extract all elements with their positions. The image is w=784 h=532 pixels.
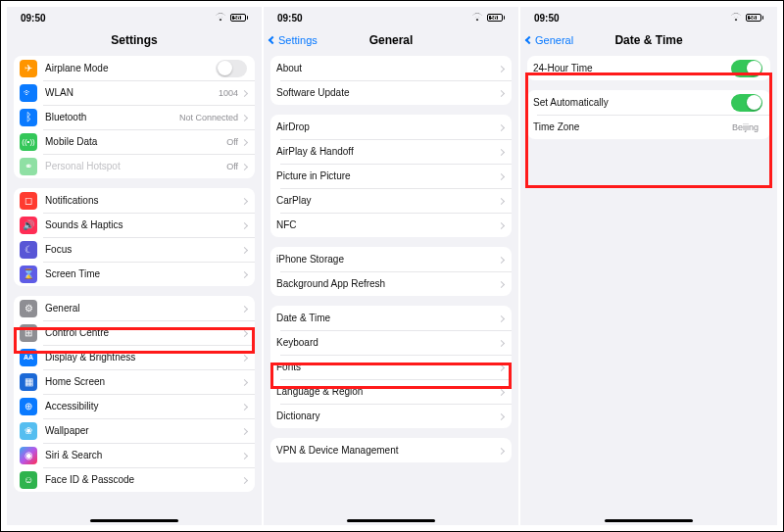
settings-content[interactable]: ✈ Airplane Mode ᯤ WLAN 1004 ᛒ Bluetooth …: [7, 52, 262, 525]
chevron-right-icon: [242, 244, 247, 255]
general-group-storage: iPhone Storage Background App Refresh: [270, 247, 512, 296]
battery-status-icon: 58: [746, 14, 764, 22]
row-control-centre[interactable]: ⊞ Control Centre: [14, 320, 255, 345]
chevron-right-icon: [242, 376, 247, 387]
row-date-time[interactable]: Date & Time: [270, 306, 512, 330]
row-general[interactable]: ⚙ General: [14, 296, 255, 320]
status-bar: 09:50 58: [520, 7, 777, 28]
chevron-right-icon: [499, 386, 504, 397]
row-storage[interactable]: iPhone Storage: [270, 247, 512, 271]
bluetooth-icon: ᛒ: [20, 109, 37, 126]
wifi-status-icon: [471, 13, 483, 24]
chevron-right-icon: [499, 63, 504, 73]
row-wallpaper[interactable]: ❀ Wallpaper: [14, 418, 255, 443]
wlan-detail: 1004: [219, 88, 238, 98]
back-button[interactable]: Settings: [270, 28, 318, 52]
chevron-right-icon: [499, 87, 504, 98]
accessibility-icon: ⊕: [20, 398, 37, 415]
row-display[interactable]: AA Display & Brightness: [14, 345, 255, 369]
home-indicator[interactable]: [90, 519, 178, 522]
wifi-status-icon: [215, 13, 226, 24]
row-accessibility[interactable]: ⊕ Accessibility: [14, 394, 255, 418]
wallpaper-icon: ❀: [20, 422, 37, 440]
row-pip[interactable]: Picture in Picture: [270, 164, 512, 188]
airplane-switch[interactable]: [216, 60, 247, 77]
row-carplay[interactable]: CarPlay: [270, 188, 512, 213]
row-background-refresh[interactable]: Background App Refresh: [270, 271, 512, 296]
row-24hour[interactable]: 24-Hour Time: [527, 56, 770, 80]
datetime-content[interactable]: 24-Hour Time Set Automatically Time Zone…: [520, 52, 777, 525]
row-set-automatically[interactable]: Set Automatically: [527, 90, 770, 115]
row-sounds[interactable]: 🔊 Sounds & Haptics: [14, 213, 255, 237]
row-mobile-data[interactable]: ((•)) Mobile Data Off: [14, 129, 255, 154]
status-time: 09:50: [277, 13, 303, 24]
homescreen-icon: ▦: [20, 373, 37, 391]
chevron-right-icon: [242, 268, 247, 279]
chevron-right-icon: [242, 112, 247, 122]
airplane-icon: ✈: [20, 60, 37, 77]
chevron-right-icon: [499, 121, 504, 132]
row-about[interactable]: About: [270, 56, 512, 80]
nav-header: General Date & Time: [520, 28, 777, 52]
chevron-left-icon: [525, 36, 533, 44]
row-focus[interactable]: ☾ Focus: [14, 237, 255, 262]
siri-icon: ◉: [20, 447, 37, 464]
controlcentre-icon: ⊞: [20, 324, 37, 342]
phone-screen-general: 09:50 58 Settings General About Software…: [264, 7, 520, 525]
chevron-right-icon: [242, 474, 247, 485]
row-screentime[interactable]: ⌛ Screen Time: [14, 262, 255, 286]
row-wlan[interactable]: ᯤ WLAN 1004: [14, 80, 255, 105]
row-personal-hotspot: ⚭ Personal Hotspot Off: [14, 154, 255, 178]
back-label: Settings: [278, 34, 318, 46]
chevron-right-icon: [499, 254, 504, 265]
phone-screen-date-time: 09:50 58 General Date & Time 24-Hour Tim…: [520, 7, 777, 525]
row-faceid[interactable]: ☺ Face ID & Passcode: [14, 467, 255, 492]
home-indicator[interactable]: [347, 519, 435, 522]
chevron-right-icon: [499, 313, 504, 323]
row-airplay[interactable]: AirPlay & Handoff: [270, 139, 512, 164]
nav-header: Settings: [7, 28, 262, 52]
home-indicator[interactable]: [605, 519, 693, 522]
chevron-right-icon: [242, 195, 247, 206]
wifi-status-icon: [730, 13, 742, 24]
row-airdrop[interactable]: AirDrop: [270, 115, 512, 139]
status-time: 09:50: [534, 13, 560, 24]
chevron-right-icon: [242, 352, 247, 363]
switch-24hour[interactable]: [731, 60, 762, 77]
page-title: General: [369, 33, 414, 47]
chevron-right-icon: [499, 411, 504, 421]
row-language[interactable]: Language & Region: [270, 379, 512, 404]
page-title: Date & Time: [614, 33, 682, 47]
general-group-locale: Date & Time Keyboard Fonts Language & Re…: [270, 306, 512, 428]
status-bar: 09:50 58: [7, 7, 262, 28]
row-siri[interactable]: ◉ Siri & Search: [14, 443, 255, 467]
datetime-group-auto: Set Automatically Time Zone Beijing: [527, 90, 770, 139]
row-airplane-mode[interactable]: ✈ Airplane Mode: [14, 56, 255, 80]
settings-group-notify: ◻ Notifications 🔊 Sounds & Haptics ☾ Foc…: [14, 188, 255, 286]
chevron-right-icon: [242, 219, 247, 230]
row-software-update[interactable]: Software Update: [270, 80, 512, 105]
chevron-right-icon: [499, 170, 504, 181]
mobiledata-detail: Off: [226, 137, 238, 147]
row-dictionary[interactable]: Dictionary: [270, 404, 512, 428]
chevron-right-icon: [499, 219, 504, 230]
timezone-detail: Beijing: [732, 122, 759, 132]
back-button[interactable]: General: [526, 28, 573, 52]
row-home-screen[interactable]: ▦ Home Screen: [14, 369, 255, 394]
row-vpn[interactable]: VPN & Device Management: [270, 438, 512, 462]
row-fonts[interactable]: Fonts: [270, 355, 512, 379]
row-notifications[interactable]: ◻ Notifications: [14, 188, 255, 213]
switch-set-automatically[interactable]: [731, 94, 762, 112]
general-content[interactable]: About Software Update AirDrop AirPlay & …: [264, 52, 518, 525]
display-icon: AA: [20, 349, 37, 366]
row-nfc[interactable]: NFC: [270, 213, 512, 237]
battery-status-icon: 58: [230, 14, 249, 22]
back-label: General: [535, 34, 573, 46]
row-keyboard[interactable]: Keyboard: [270, 330, 512, 355]
row-timezone[interactable]: Time Zone Beijing: [527, 115, 770, 139]
settings-group-general: ⚙ General ⊞ Control Centre AA Display & …: [14, 296, 255, 492]
focus-icon: ☾: [20, 241, 37, 259]
hotspot-icon: ⚭: [20, 158, 37, 175]
bluetooth-detail: Not Connected: [179, 113, 238, 122]
row-bluetooth[interactable]: ᛒ Bluetooth Not Connected: [14, 105, 255, 129]
